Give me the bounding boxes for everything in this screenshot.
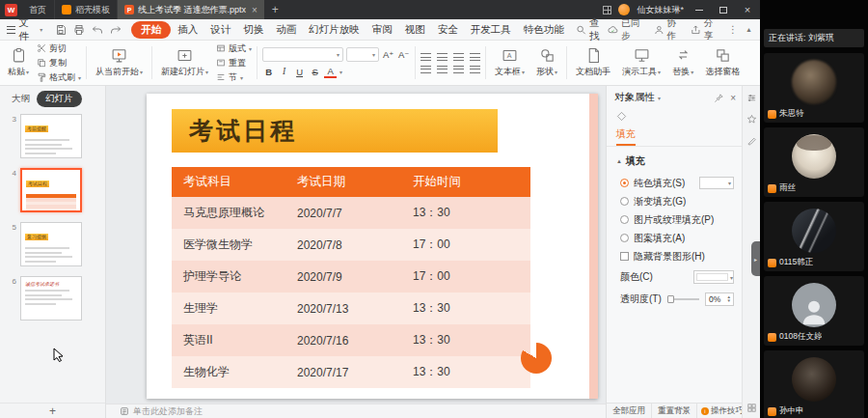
apply-all-button[interactable]: 全部应用 [607, 404, 652, 418]
spin-down-icon[interactable]: ▼ [727, 299, 731, 303]
font-family-select[interactable]: ▾ [262, 47, 343, 62]
add-slide-button[interactable]: + [49, 404, 56, 418]
slide-canvas[interactable]: 考试日程 考试科目 考试日期 开始时间 马克思原理概论2020/7/713：30… [106, 86, 606, 404]
present-tools-button[interactable]: 演示工具▾ [618, 43, 665, 82]
save-icon[interactable] [55, 24, 67, 36]
paste-button[interactable]: 粘贴▾ [4, 43, 33, 82]
file-menu[interactable]: 文件▾ [0, 16, 49, 43]
font-color-button[interactable]: A [324, 65, 337, 78]
underline-button[interactable]: U [293, 65, 306, 78]
tab-home[interactable]: 开始 [131, 21, 171, 39]
collaborate-button[interactable]: 协作 [654, 17, 684, 42]
collapse-ribbon-icon[interactable]: ▲ [746, 26, 752, 33]
copy-button[interactable]: 复制 [37, 57, 81, 70]
tab-devtools[interactable]: 开发工具 [465, 21, 517, 39]
increase-font-button[interactable]: A⁺ [382, 48, 394, 62]
redo-icon[interactable] [110, 24, 122, 36]
outline-tab[interactable]: 大纲 [12, 93, 30, 105]
slide[interactable]: 考试日程 考试科目 考试日期 开始时间 马克思原理概论2020/7/713：30… [147, 94, 598, 399]
panel-collapse-handle[interactable]: ▸ [751, 241, 760, 276]
hide-background-checkbox[interactable]: 隐藏背景图形(H) [607, 247, 742, 265]
slide-thumbnail-4[interactable]: 4 考试日程 [8, 168, 99, 212]
tab-review[interactable]: 审阅 [366, 21, 398, 39]
transparency-slider[interactable] [667, 293, 699, 305]
new-slide-button[interactable]: 新建幻灯片▾ [157, 43, 212, 82]
apps-grid-icon[interactable] [603, 6, 611, 14]
slide-thumbnail-6[interactable]: 6 诚信考试承诺书 [8, 276, 99, 320]
doc-tab-current[interactable]: P 线上考试季 适逢您作票.pptx × [117, 0, 264, 19]
tab-view[interactable]: 视图 [399, 21, 431, 39]
new-tab-button[interactable]: + [264, 3, 286, 16]
line-spacing-icon[interactable] [470, 66, 480, 73]
play-from-current-button[interactable]: 从当前开始▾ [92, 43, 147, 82]
grid-view-icon[interactable] [746, 403, 757, 413]
decrease-font-button[interactable]: A⁻ [397, 48, 410, 62]
collapse-section-icon[interactable]: ▲ [616, 158, 622, 164]
font-size-select[interactable]: ▾ [346, 47, 379, 62]
layout-button[interactable]: 版式▾ [216, 42, 252, 55]
fill-option-solid[interactable]: 纯色填充(S) ▾ [607, 174, 742, 192]
slider-thumb[interactable] [667, 295, 674, 303]
tab-transition[interactable]: 切换 [237, 21, 269, 39]
username[interactable]: 仙女妹妹琳* [637, 4, 684, 16]
star-rail-icon[interactable] [746, 114, 757, 125]
fill-option-picture[interactable]: 图片或纹理填充(P) [607, 210, 742, 229]
participant-tile-1[interactable]: 朱思特 [764, 53, 864, 123]
notes-bar[interactable]: 单击此处添加备注 [106, 404, 606, 418]
pin-icon[interactable] [714, 93, 724, 103]
panel-close-icon[interactable]: × [730, 93, 736, 103]
properties-rail-icon[interactable] [746, 93, 757, 103]
italic-button[interactable]: I [278, 65, 290, 78]
exam-table[interactable]: 考试科目 考试日期 开始时间 马克思原理概论2020/7/713：30 医学微生… [172, 167, 530, 388]
wps-logo[interactable]: W [5, 4, 17, 16]
undo-icon[interactable] [92, 24, 103, 36]
fill-tab[interactable]: 填充 [616, 127, 636, 146]
participant-tile-3[interactable]: 0115韩正 [764, 202, 864, 271]
tab-insert[interactable]: 插入 [172, 21, 203, 39]
selection-pane-button[interactable]: 选择窗格 [701, 43, 744, 82]
solid-fill-combo[interactable]: ▾ [699, 177, 734, 189]
cut-button[interactable]: 剪切 [37, 42, 81, 55]
tab-features[interactable]: 特色功能 [518, 21, 570, 39]
bold-button[interactable]: B [262, 65, 275, 78]
shapes-button[interactable]: 形状▾ [532, 43, 561, 82]
align-justify-icon[interactable] [470, 53, 480, 61]
format-painter-button[interactable]: 格式刷▾ [37, 71, 81, 84]
fill-option-gradient[interactable]: 渐变填充(G) [607, 192, 742, 210]
reset-background-button[interactable]: 重置背景 [652, 404, 697, 418]
user-avatar[interactable] [618, 4, 630, 15]
section-button[interactable]: 节▾ [216, 71, 252, 84]
tab-security[interactable]: 安全 [432, 21, 464, 39]
strikethrough-button[interactable]: S [309, 65, 321, 78]
participant-tile-5[interactable]: 孙中申 [764, 350, 864, 418]
find-button[interactable]: 查找 [576, 16, 609, 43]
tab-animation[interactable]: 动画 [270, 21, 302, 39]
indent-icon[interactable] [453, 66, 464, 73]
bullet-list-icon[interactable] [420, 66, 431, 73]
replace-button[interactable]: 替换▾ [668, 43, 697, 82]
share-button[interactable]: 分享 [691, 17, 720, 42]
brush-rail-icon[interactable] [746, 135, 757, 146]
participant-tile-2[interactable]: 雨丝 [764, 127, 864, 197]
tips-button[interactable]: i操作技巧 [701, 405, 744, 417]
transparency-value-field[interactable]: 0%▲▼ [705, 293, 734, 306]
participant-tile-4[interactable]: 0108任文婷 [764, 276, 864, 346]
fill-option-pattern[interactable]: 图案填充(A) [607, 229, 742, 247]
color-picker[interactable]: ▾ [693, 270, 734, 284]
tab-close-icon[interactable]: × [252, 5, 258, 15]
align-center-icon[interactable] [437, 53, 448, 61]
print-icon[interactable] [73, 24, 85, 36]
tab-slideshow[interactable]: 幻灯片放映 [303, 21, 366, 39]
textbox-button[interactable]: A 文本框▾ [491, 43, 529, 82]
more-menu-icon[interactable]: ⋮ [728, 24, 738, 35]
slides-tab[interactable]: 幻灯片 [37, 91, 82, 107]
tab-design[interactable]: 设计 [204, 21, 236, 39]
align-right-icon[interactable] [453, 53, 464, 61]
reset-button[interactable]: 重置 [216, 57, 252, 70]
slide-thumbnail-5[interactable]: 5 复习提纲 [8, 222, 99, 266]
align-left-icon[interactable] [420, 53, 431, 61]
sync-status[interactable]: 已同步 [608, 17, 645, 42]
numbered-list-icon[interactable] [437, 66, 448, 73]
doc-assistant-button[interactable]: 文档助手 [572, 43, 614, 82]
doc-tab-templates[interactable]: 稻壳模板 [54, 0, 117, 19]
